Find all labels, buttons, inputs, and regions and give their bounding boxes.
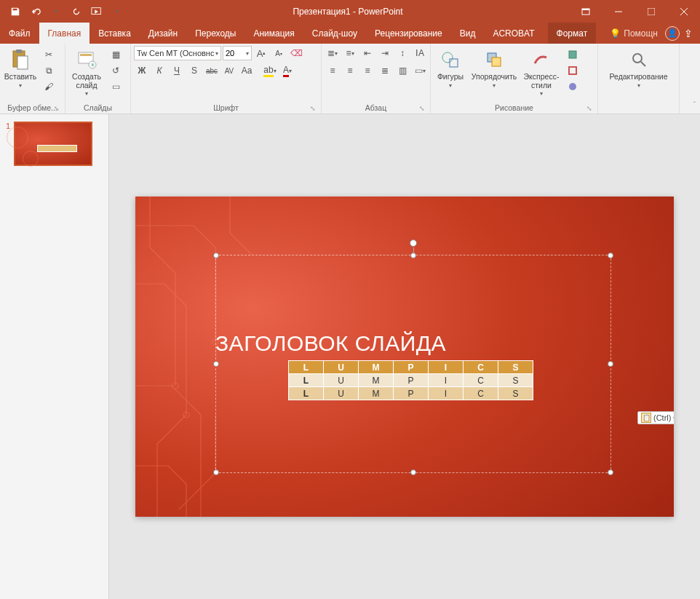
resize-handle-e[interactable]	[608, 361, 613, 367]
paste-button[interactable]: Вставить ▾	[3, 46, 38, 89]
shapes-label: Фигуры	[437, 73, 464, 82]
strikethrough-button[interactable]: abc	[204, 63, 220, 78]
resize-handle-ne[interactable]	[608, 253, 613, 258]
slide-stage[interactable]: ЗАГОЛОВОК СЛАЙДА L U M P I	[109, 114, 700, 599]
tab-slideshow[interactable]: Слайд-шоу	[303, 23, 366, 44]
resize-handle-s[interactable]	[410, 469, 416, 475]
change-case-button[interactable]: Aa	[239, 63, 255, 78]
tab-view[interactable]: Вид	[451, 23, 485, 44]
paragraph-dialog-launcher[interactable]: ⤡	[418, 104, 426, 112]
font-color-button[interactable]: A▾	[279, 63, 295, 78]
char-spacing-button[interactable]: AV	[221, 63, 237, 78]
table-row: L U M P I C S	[289, 374, 533, 387]
arrange-icon	[482, 48, 506, 71]
new-slide-button[interactable]: ✳ Создать слайд ▾	[68, 46, 105, 98]
undo-button[interactable]	[26, 2, 45, 21]
editing-button[interactable]: Редактирование▾	[606, 46, 672, 89]
sign-in-icon[interactable]: 👤	[665, 26, 680, 41]
resize-handle-se[interactable]	[608, 469, 613, 475]
clipboard-dialog-launcher[interactable]: ⤡	[52, 104, 60, 112]
line-spacing-button[interactable]: ↕	[394, 46, 410, 60]
copy-button[interactable]: ⧉	[41, 63, 57, 78]
svg-point-20	[569, 83, 576, 90]
align-right-button[interactable]: ≡	[359, 63, 375, 78]
pasted-table[interactable]: L U M P I C S L U M P I C S	[288, 360, 533, 400]
clear-format-button[interactable]: ⌫	[288, 46, 304, 60]
shrink-font-button[interactable]: A▾	[271, 46, 287, 60]
columns-button[interactable]: ▥	[394, 63, 410, 78]
clipboard-icon: 📋	[641, 413, 651, 423]
bullets-button[interactable]: ≣▾	[325, 46, 341, 60]
underline-button[interactable]: Ч	[169, 63, 185, 78]
undo-dropdown[interactable]: ▾	[47, 2, 65, 21]
resize-handle-n[interactable]	[410, 253, 416, 258]
numbering-button[interactable]: ≡▾	[342, 46, 358, 60]
tell-me[interactable]: 💡 Помощн	[602, 23, 665, 44]
bold-button[interactable]: Ж	[134, 63, 150, 78]
group-clipboard-label: Буфер обме...	[7, 103, 57, 112]
paste-options-tag[interactable]: 📋 (Ctrl) ▾	[637, 411, 674, 424]
slide-thumbnail-pane[interactable]: 1	[0, 114, 109, 599]
quick-styles-button[interactable]: Экспресс-стили▾	[521, 46, 562, 98]
tab-design[interactable]: Дизайн	[140, 23, 186, 44]
tab-transitions[interactable]: Переходы	[186, 23, 244, 44]
redo-button[interactable]	[67, 2, 86, 21]
increase-indent-button[interactable]: ⇥	[377, 46, 393, 60]
tab-acrobat[interactable]: ACROBAT	[484, 23, 543, 44]
smartart-button[interactable]: ▭▾	[412, 63, 428, 78]
resize-handle-sw[interactable]	[213, 469, 219, 475]
quick-styles-label: Экспресс-стили	[521, 73, 562, 90]
shapes-button[interactable]: Фигуры▾	[434, 46, 467, 89]
resize-handle-w[interactable]	[213, 361, 219, 367]
align-left-button[interactable]: ≡	[325, 63, 341, 78]
group-slides-label: Слайды	[84, 103, 112, 112]
slide-canvas[interactable]: ЗАГОЛОВОК СЛАЙДА L U M P I	[135, 197, 674, 517]
justify-button[interactable]: ≣	[377, 63, 393, 78]
shape-fill-button[interactable]	[565, 47, 581, 62]
close-button[interactable]	[667, 0, 700, 23]
font-size-combo[interactable]: 20▾	[223, 46, 252, 60]
tab-review[interactable]: Рецензирование	[366, 23, 451, 44]
italic-button[interactable]: К	[151, 63, 167, 78]
copy-icon: ⧉	[46, 66, 52, 76]
svg-rect-2	[582, 9, 589, 10]
font-name-combo[interactable]: Tw Cen MT (Основнс▾	[134, 46, 221, 60]
format-painter-button[interactable]: 🖌	[41, 79, 57, 94]
ribbon-display-button[interactable]	[569, 0, 602, 23]
decrease-indent-button[interactable]: ⇤	[359, 46, 375, 60]
grow-font-button[interactable]: A▴	[253, 46, 269, 60]
chevron-down-icon: ▾	[673, 415, 674, 421]
share-icon[interactable]: ⇪	[684, 28, 693, 39]
shape-effects-button[interactable]	[565, 79, 581, 94]
resize-handle-nw[interactable]	[213, 253, 219, 258]
tab-home[interactable]: Главная	[39, 23, 90, 44]
shape-outline-button[interactable]	[565, 63, 581, 78]
align-center-button[interactable]: ≡	[342, 63, 358, 78]
section-button[interactable]: ▭	[108, 79, 124, 94]
layout-button[interactable]: ▦	[108, 47, 124, 62]
font-size-value: 20	[226, 49, 234, 57]
new-slide-label: Создать слайд	[68, 73, 105, 90]
rotate-handle[interactable]	[410, 239, 417, 247]
group-drawing: Фигуры▾ Упорядочить▾ Экспресс-стили▾ Рис…	[431, 44, 598, 114]
cut-button[interactable]: ✂	[41, 47, 57, 62]
text-shadow-button[interactable]: S	[186, 63, 202, 78]
highlight-button[interactable]: ab▾	[262, 63, 278, 78]
maximize-button[interactable]	[635, 0, 667, 23]
arrange-button[interactable]: Упорядочить▾	[470, 46, 518, 89]
collapse-ribbon-button[interactable]: ˇ	[693, 101, 696, 109]
save-button[interactable]	[6, 2, 25, 21]
tab-format[interactable]: Формат	[548, 23, 597, 44]
qat-customize-dropdown[interactable]: ▾	[108, 2, 127, 21]
group-clipboard: Вставить ▾ ✂ ⧉ 🖌 Буфер обме...⤡	[0, 44, 65, 114]
minimize-button[interactable]	[602, 0, 635, 23]
font-dialog-launcher[interactable]: ⤡	[309, 104, 317, 112]
text-direction-button[interactable]: ⅠA	[412, 46, 428, 60]
start-from-beginning-button[interactable]	[87, 2, 106, 21]
tab-insert[interactable]: Вставка	[90, 23, 140, 44]
reset-button[interactable]: ↺	[108, 63, 124, 78]
tab-animation[interactable]: Анимация	[244, 23, 303, 44]
drawing-dialog-launcher[interactable]: ⤡	[585, 104, 593, 112]
tab-file[interactable]: Файл	[0, 23, 39, 44]
slide-thumbnail-1[interactable]: 1	[6, 122, 103, 166]
